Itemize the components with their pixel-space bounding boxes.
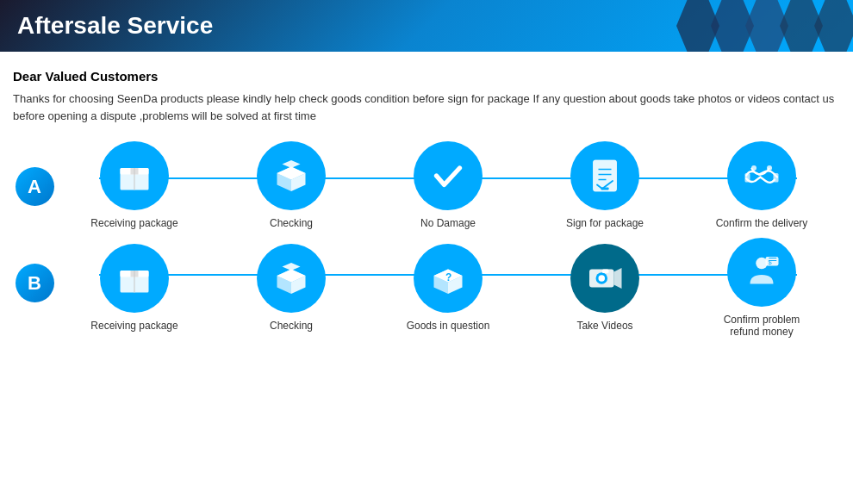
open-box-b-icon [271, 258, 312, 299]
open-box-icon [271, 155, 312, 196]
flow-row-a: A Receiving package [13, 141, 840, 229]
step-b3-icon: ? [414, 244, 483, 313]
header-title: Aftersale Service [17, 12, 213, 40]
label-circle-a: A [16, 167, 54, 206]
step-b1-icon [100, 244, 169, 313]
handshake-icon [741, 155, 782, 196]
step-b4-icon [570, 244, 639, 313]
step-b3-label: Goods in question [407, 320, 490, 332]
svg-text:?: ? [445, 271, 451, 283]
step-b1: Receiving package [56, 244, 213, 332]
step-b2-label: Checking [270, 320, 313, 332]
step-a4: Sign for package [526, 141, 683, 229]
step-a5-label: Confirm the delivery [716, 217, 808, 229]
description-text: Thanks for choosing SeenDa products plea… [13, 90, 840, 124]
step-a2-label: Checking [270, 217, 313, 229]
step-a3: No Damage [370, 141, 526, 229]
row-a-steps: Receiving package Checking [56, 141, 840, 229]
greeting-text: Dear Valued Customers [13, 69, 840, 84]
step-a2: Checking [213, 141, 370, 229]
step-b5-icon: $ [727, 238, 796, 307]
step-b5: $ Confirm problem refund money [683, 238, 840, 338]
svg-marker-8 [283, 160, 301, 168]
svg-marker-37 [614, 268, 622, 289]
row-b-steps: Receiving package Checking [56, 238, 840, 338]
svg-point-35 [599, 275, 606, 282]
package-b-icon [114, 258, 155, 299]
step-a4-icon [570, 141, 639, 210]
package-icon [114, 155, 155, 196]
step-b3: ? Goods in question [370, 244, 526, 332]
step-b2: Checking [213, 244, 370, 332]
svg-rect-18 [774, 173, 779, 183]
flow-row-b: B Receiving package [13, 238, 840, 338]
step-a1-icon [100, 141, 169, 210]
checkmark-icon [427, 155, 469, 196]
step-b1-label: Receiving package [90, 320, 177, 332]
step-a4-label: Sign for package [566, 217, 644, 229]
svg-rect-17 [745, 173, 750, 183]
step-a2-icon [257, 141, 326, 210]
svg-marker-27 [283, 263, 301, 271]
label-circle-b: B [16, 264, 54, 302]
step-b2-icon [257, 244, 326, 313]
step-b4: Take Videos [526, 244, 683, 332]
row-a-label: A [13, 141, 56, 206]
question-box-icon: ? [427, 258, 469, 299]
step-a3-icon [414, 141, 483, 210]
step-a5-icon [727, 141, 796, 210]
row-b-label: B [13, 238, 56, 302]
person-refund-icon: $ [741, 252, 782, 293]
step-a5: Confirm the delivery [683, 141, 840, 229]
camera-icon [584, 258, 626, 299]
step-a1: Receiving package [56, 141, 213, 229]
step-a3-label: No Damage [420, 217, 476, 229]
svg-rect-36 [602, 270, 609, 274]
document-icon [584, 155, 626, 196]
step-b5-label: Confirm problem refund money [714, 314, 809, 338]
header: Aftersale Service [0, 0, 853, 52]
step-a1-label: Receiving package [90, 217, 177, 229]
main-content: Dear Valued Customers Thanks for choosin… [0, 52, 853, 355]
header-decoration [681, 0, 853, 52]
step-b4-label: Take Videos [576, 320, 632, 332]
